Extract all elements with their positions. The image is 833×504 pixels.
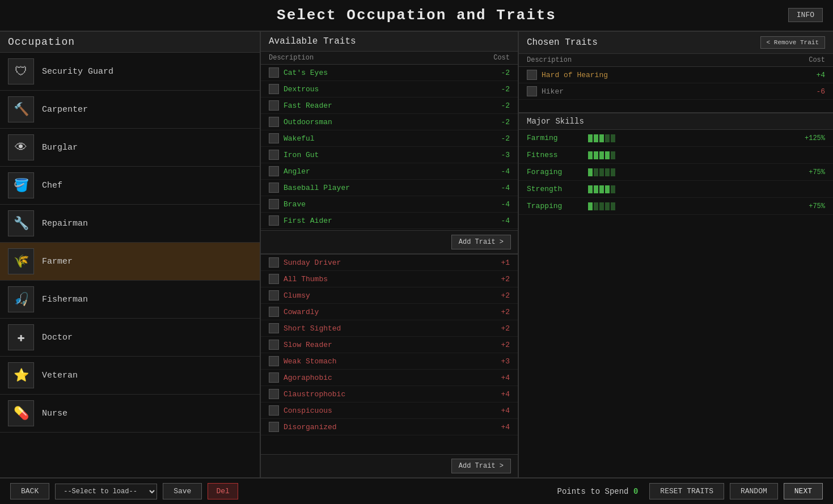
chosen-trait-item[interactable]: Hiker -6 bbox=[519, 83, 833, 100]
occupation-item-security-guard[interactable]: 🛡 Security Guard bbox=[0, 53, 260, 91]
occupation-item-veteran[interactable]: ⭐ Veteran bbox=[0, 357, 260, 395]
trait-name: Fast Reader bbox=[284, 101, 493, 110]
delete-button[interactable]: Del bbox=[208, 483, 238, 499]
skill-item: Farming +125% bbox=[519, 130, 833, 147]
positive-trait-item[interactable]: Wakeful -2 bbox=[261, 130, 518, 147]
remove-trait-button[interactable]: < Remove Trait bbox=[760, 36, 825, 49]
trait-cost: +1 bbox=[493, 259, 510, 267]
skill-bar-area bbox=[588, 202, 789, 210]
trait-name: Angler bbox=[284, 167, 493, 176]
skill-bar-area bbox=[588, 134, 789, 142]
occupation-icon: 🛡 bbox=[8, 58, 34, 84]
trait-cost: -2 bbox=[493, 101, 510, 110]
negative-trait-item[interactable]: All Thumbs +2 bbox=[261, 271, 518, 287]
save-button[interactable]: Save bbox=[163, 483, 202, 499]
traits-cost-col: Cost bbox=[487, 54, 510, 62]
skill-bar-area bbox=[588, 185, 789, 193]
skill-bar-segment bbox=[588, 151, 593, 159]
negative-trait-item[interactable]: Slow Reader +2 bbox=[261, 337, 518, 353]
trait-cost: +2 bbox=[493, 275, 510, 283]
back-button[interactable]: BACK bbox=[10, 483, 49, 499]
positive-trait-item[interactable]: Iron Gut -3 bbox=[261, 147, 518, 163]
trait-name: Dextrous bbox=[284, 85, 493, 94]
skill-name: Farming bbox=[527, 134, 583, 142]
chosen-desc-col: Description bbox=[527, 56, 802, 64]
occupation-name: Repairman bbox=[42, 219, 88, 228]
add-trait-button-top[interactable]: Add Trait > bbox=[451, 235, 511, 249]
occupation-list: 🛡 Security Guard 🔨 Carpenter 👁 Burglar 🪣… bbox=[0, 53, 260, 477]
skill-bar-segment bbox=[599, 202, 604, 210]
skill-bar-area bbox=[588, 168, 789, 176]
next-button[interactable]: NEXT bbox=[784, 483, 823, 499]
trait-cost: -4 bbox=[493, 167, 510, 176]
negative-trait-item[interactable]: Clumsy +2 bbox=[261, 287, 518, 304]
occupation-name: Farmer bbox=[42, 257, 73, 266]
trait-name: Outdoorsman bbox=[284, 118, 493, 126]
trait-cost: +4 bbox=[493, 374, 510, 382]
page-title: Select Occupation and Traits bbox=[7, 7, 826, 24]
positive-trait-item[interactable]: Outdoorsman -2 bbox=[261, 114, 518, 130]
add-trait-button-bottom[interactable]: Add Trait > bbox=[451, 459, 511, 473]
occupation-name: Fisherman bbox=[42, 295, 88, 304]
trait-name: Clumsy bbox=[284, 291, 493, 300]
occupation-item-repairman[interactable]: 🔧 Repairman bbox=[0, 205, 260, 243]
occupation-icon: ⭐ bbox=[8, 362, 34, 388]
trait-icon bbox=[269, 133, 279, 143]
trait-icon bbox=[269, 257, 279, 268]
negative-trait-item[interactable]: Sunday Driver +1 bbox=[261, 255, 518, 271]
skill-name: Strength bbox=[527, 185, 583, 193]
positive-trait-item[interactable]: Cat's Eyes -2 bbox=[261, 65, 518, 81]
trait-name: Cat's Eyes bbox=[284, 69, 493, 77]
occupation-icon: ✚ bbox=[8, 324, 34, 350]
random-button[interactable]: RANDOM bbox=[730, 483, 778, 499]
positive-trait-item[interactable]: Brave -4 bbox=[261, 196, 518, 213]
positive-trait-item[interactable]: Angler -4 bbox=[261, 163, 518, 180]
chosen-trait-icon bbox=[527, 86, 537, 96]
trait-icon bbox=[269, 340, 279, 350]
positive-trait-item[interactable]: Baseball Player -4 bbox=[261, 180, 518, 196]
trait-icon bbox=[269, 67, 279, 78]
negative-trait-item[interactable]: Weak Stomach +3 bbox=[261, 353, 518, 370]
skill-bar-segment bbox=[611, 134, 615, 142]
trait-name: Wakeful bbox=[284, 134, 493, 143]
major-skills-title: Major Skills bbox=[527, 117, 584, 126]
occupation-item-burglar[interactable]: 👁 Burglar bbox=[0, 129, 260, 167]
chosen-trait-item[interactable]: Hard of Hearing +4 bbox=[519, 67, 833, 83]
available-traits-header: Available Traits bbox=[261, 32, 518, 52]
negative-trait-item[interactable]: Cowardly +2 bbox=[261, 304, 518, 320]
trait-icon bbox=[269, 117, 279, 127]
trait-cost: +2 bbox=[493, 291, 510, 300]
trait-name: First Aider bbox=[284, 217, 493, 225]
occupation-item-chef[interactable]: 🪣 Chef bbox=[0, 167, 260, 205]
positive-trait-item[interactable]: Dextrous -2 bbox=[261, 81, 518, 98]
skill-name: Foraging bbox=[527, 168, 583, 176]
occupation-name: Chef bbox=[42, 181, 62, 190]
negative-trait-item[interactable]: Conspicuous +4 bbox=[261, 403, 518, 419]
chosen-trait-name: Hard of Hearing bbox=[542, 71, 802, 79]
trait-icon bbox=[269, 405, 279, 416]
reset-traits-button[interactable]: RESET TRAITS bbox=[649, 483, 724, 499]
info-button[interactable]: INFO bbox=[788, 8, 823, 22]
negative-trait-item[interactable]: Claustrophobic +4 bbox=[261, 386, 518, 403]
skill-bar-segment bbox=[605, 134, 610, 142]
occupation-item-carpenter[interactable]: 🔨 Carpenter bbox=[0, 91, 260, 129]
trait-icon bbox=[269, 290, 279, 300]
occupation-item-fisherman[interactable]: 🎣 Fisherman bbox=[0, 281, 260, 319]
negative-trait-item[interactable]: Disorganized +4 bbox=[261, 419, 518, 435]
positive-trait-item[interactable]: First Aider -4 bbox=[261, 213, 518, 229]
positive-trait-item[interactable]: Fast Reader -2 bbox=[261, 98, 518, 114]
occupation-item-nurse[interactable]: 💊 Nurse bbox=[0, 395, 260, 433]
occupation-panel: Occupation 🛡 Security Guard 🔨 Carpenter … bbox=[0, 32, 261, 477]
occupation-item-farmer[interactable]: 🌾 Farmer bbox=[0, 243, 260, 281]
trait-name: Slow Reader bbox=[284, 341, 493, 349]
trait-cost: +4 bbox=[493, 423, 510, 431]
negative-trait-item[interactable]: Agoraphobic +4 bbox=[261, 370, 518, 386]
occupation-name: Carpenter bbox=[42, 105, 88, 115]
occupation-item-doctor[interactable]: ✚ Doctor bbox=[0, 319, 260, 357]
negative-trait-item[interactable]: Short Sighted +2 bbox=[261, 320, 518, 337]
preset-select[interactable]: --Select to load-- bbox=[55, 484, 157, 499]
trait-cost: -4 bbox=[493, 184, 510, 192]
skill-bar-segment bbox=[594, 151, 598, 159]
trait-cost: -4 bbox=[493, 200, 510, 209]
trait-cost: -4 bbox=[493, 217, 510, 225]
